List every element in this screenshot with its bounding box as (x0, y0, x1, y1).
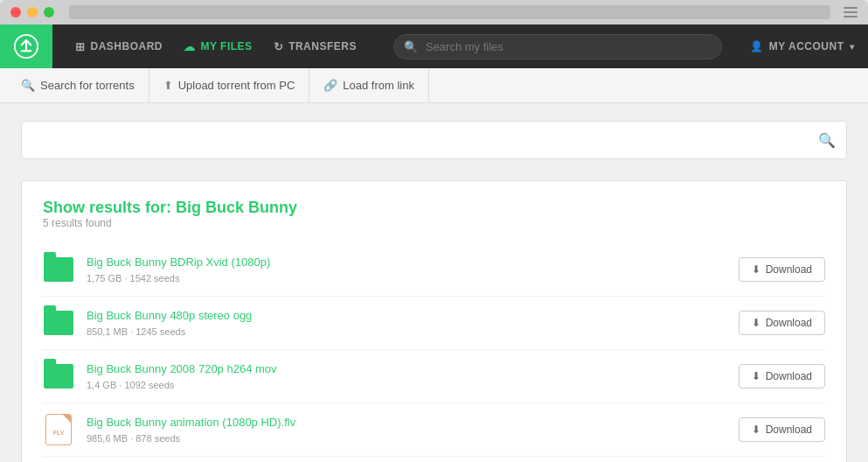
logo[interactable] (0, 24, 52, 68)
dashboard-icon: ⊞ (75, 40, 86, 53)
download-button[interactable]: ⬇Download (739, 311, 825, 335)
download-button[interactable]: ⬇Download (739, 364, 825, 388)
torrent-search-box: Big Buck Bunny 🔍 (21, 121, 847, 159)
results-container: Show results for: Big Buck Bunny 5 resul… (21, 180, 847, 462)
results-header: Show results for: Big Buck Bunny 5 resul… (43, 199, 825, 229)
menu-icon (844, 7, 858, 18)
transfers-icon: ↻ (274, 40, 284, 53)
minimize-dot[interactable] (27, 7, 38, 18)
folder-icon (43, 307, 74, 339)
myfiles-icon: ☁ (184, 40, 196, 53)
navbar-search: 🔍 (379, 34, 736, 60)
result-row: Big Buck Bunny 2008 720p h264 mov1,4 GB … (43, 350, 825, 403)
sub-nav: 🔍 Search for torrents ⬆ Upload torrent f… (0, 68, 868, 103)
download-icon: ⬇ (752, 263, 760, 276)
results-title: Show results for: Big Buck Bunny (43, 199, 825, 217)
download-button[interactable]: ⬇Download (739, 257, 825, 282)
sub-nav-load-link[interactable]: 🔗 Load from link (309, 68, 429, 103)
search-torrent-icon: 🔍 (21, 79, 35, 92)
download-icon: ⬇ (752, 317, 760, 329)
result-name-link[interactable]: Big Buck Bunny 480p stereo ogg (87, 309, 726, 322)
nav-dashboard[interactable]: ⊞ Dashboard (66, 35, 171, 59)
download-button[interactable]: ⬇Download (739, 417, 825, 442)
navbar-search-icon: 🔍 (404, 40, 418, 53)
file-icon: FLV (43, 414, 74, 445)
result-meta: 850,1 MB · 1245 seeds (87, 326, 185, 337)
main-content: Big Buck Bunny 🔍 Show results for: Big B… (0, 103, 868, 462)
result-row: Big Buck Bunny BDRip Xvid (1080p)1,75 GB… (43, 243, 825, 297)
maximize-dot[interactable] (44, 7, 54, 18)
result-info: Big Buck Bunny animation (1080p HD).flv9… (87, 416, 726, 444)
nav-myfiles[interactable]: ☁ My Files (175, 35, 261, 59)
result-info: Big Buck Bunny BDRip Xvid (1080p)1,75 GB… (87, 256, 726, 284)
folder-icon (43, 254, 74, 285)
result-row: FLVBig Buck Bunny 2008 HDRip Xvid avi532… (43, 457, 825, 462)
results-count: 5 results found (43, 217, 825, 229)
results-list: Big Buck Bunny BDRip Xvid (1080p)1,75 GB… (43, 243, 825, 462)
result-row: FLVBig Buck Bunny animation (1080p HD).f… (43, 403, 825, 457)
window-chrome (0, 0, 868, 24)
folder-icon (43, 360, 74, 392)
result-meta: 1,75 GB · 1542 seeds (87, 273, 179, 284)
result-name-link[interactable]: Big Buck Bunny animation (1080p HD).flv (87, 416, 726, 429)
torrent-search-input[interactable]: Big Buck Bunny (32, 133, 818, 148)
result-name-link[interactable]: Big Buck Bunny BDRip Xvid (1080p) (87, 256, 726, 269)
navbar-search-input[interactable] (393, 34, 722, 60)
search-box-icon: 🔍 (818, 132, 836, 149)
address-bar (69, 5, 830, 19)
chevron-down-icon: ▾ (850, 42, 855, 52)
close-dot[interactable] (10, 7, 21, 18)
sub-nav-search-torrents[interactable]: 🔍 Search for torrents (21, 68, 149, 103)
upload-torrent-icon: ⬆ (163, 79, 173, 92)
nav-items: ⊞ Dashboard ☁ My Files ↻ Transfers (52, 35, 379, 59)
result-meta: 985,6 MB · 878 seeds (87, 433, 180, 444)
nav-account[interactable]: 👤 My Account ▾ (736, 40, 868, 52)
result-row: Big Buck Bunny 480p stereo ogg850,1 MB ·… (43, 297, 825, 350)
sub-nav-upload-torrent[interactable]: ⬆ Upload torrent from PC (149, 68, 310, 103)
account-icon: 👤 (750, 40, 764, 52)
navbar: ⊞ Dashboard ☁ My Files ↻ Transfers 🔍 👤 M… (0, 24, 868, 68)
result-name-link[interactable]: Big Buck Bunny 2008 720p h264 mov (87, 362, 726, 375)
download-icon: ⬇ (752, 370, 760, 382)
result-meta: 1,4 GB · 1092 seeds (87, 380, 174, 390)
nav-transfers[interactable]: ↻ Transfers (265, 35, 365, 59)
download-icon: ⬇ (752, 424, 760, 436)
result-info: Big Buck Bunny 2008 720p h264 mov1,4 GB … (87, 362, 726, 391)
load-link-icon: 🔗 (323, 79, 337, 92)
result-info: Big Buck Bunny 480p stereo ogg850,1 MB ·… (87, 309, 726, 338)
